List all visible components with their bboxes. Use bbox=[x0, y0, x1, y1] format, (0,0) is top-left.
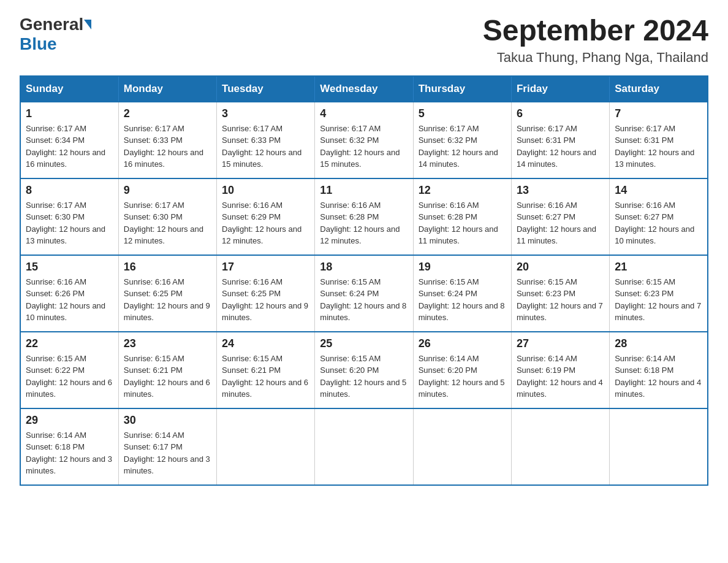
day-number: 29 bbox=[26, 414, 113, 427]
calendar-cell bbox=[610, 408, 708, 485]
day-number: 5 bbox=[419, 107, 506, 120]
day-info: Sunrise: 6:15 AMSunset: 6:20 PMDaylight:… bbox=[320, 353, 408, 400]
calendar-cell bbox=[315, 408, 413, 485]
day-info: Sunrise: 6:16 AMSunset: 6:28 PMDaylight:… bbox=[320, 199, 408, 247]
day-number: 18 bbox=[320, 261, 408, 274]
day-number: 22 bbox=[26, 337, 113, 350]
day-info: Sunrise: 6:17 AMSunset: 6:34 PMDaylight:… bbox=[26, 123, 113, 170]
col-header-saturday: Saturday bbox=[610, 76, 708, 102]
calendar-cell: 5Sunrise: 6:17 AMSunset: 6:32 PMDaylight… bbox=[413, 102, 511, 178]
calendar-cell: 26Sunrise: 6:14 AMSunset: 6:20 PMDayligh… bbox=[413, 332, 511, 408]
day-info: Sunrise: 6:14 AMSunset: 6:18 PMDaylight:… bbox=[26, 429, 113, 477]
calendar-cell: 10Sunrise: 6:16 AMSunset: 6:29 PMDayligh… bbox=[217, 178, 315, 255]
col-header-monday: Monday bbox=[118, 76, 216, 102]
logo-general-text: General bbox=[20, 15, 83, 34]
title-area: September 2024 Takua Thung, Phang Nga, T… bbox=[483, 15, 708, 66]
day-number: 3 bbox=[222, 107, 309, 120]
calendar-cell: 28Sunrise: 6:14 AMSunset: 6:18 PMDayligh… bbox=[610, 332, 708, 408]
day-number: 23 bbox=[124, 337, 211, 350]
day-number: 27 bbox=[517, 337, 604, 350]
col-header-thursday: Thursday bbox=[413, 76, 511, 102]
calendar-cell: 13Sunrise: 6:16 AMSunset: 6:27 PMDayligh… bbox=[511, 178, 609, 255]
day-info: Sunrise: 6:17 AMSunset: 6:33 PMDaylight:… bbox=[124, 123, 211, 170]
calendar-cell: 16Sunrise: 6:16 AMSunset: 6:25 PMDayligh… bbox=[118, 255, 216, 332]
day-number: 19 bbox=[419, 261, 506, 274]
day-info: Sunrise: 6:16 AMSunset: 6:25 PMDaylight:… bbox=[222, 276, 309, 324]
month-year-title: September 2024 bbox=[483, 15, 708, 47]
day-info: Sunrise: 6:14 AMSunset: 6:18 PMDaylight:… bbox=[615, 353, 702, 400]
calendar-cell bbox=[413, 408, 511, 485]
calendar-cell: 12Sunrise: 6:16 AMSunset: 6:28 PMDayligh… bbox=[413, 178, 511, 255]
day-info: Sunrise: 6:14 AMSunset: 6:17 PMDaylight:… bbox=[124, 429, 211, 477]
day-number: 28 bbox=[615, 337, 702, 350]
calendar-cell bbox=[217, 408, 315, 485]
calendar-cell: 9Sunrise: 6:17 AMSunset: 6:30 PMDaylight… bbox=[118, 178, 216, 255]
day-info: Sunrise: 6:17 AMSunset: 6:32 PMDaylight:… bbox=[320, 123, 408, 170]
calendar-table: SundayMondayTuesdayWednesdayThursdayFrid… bbox=[20, 75, 708, 486]
logo-arrow-icon bbox=[84, 20, 91, 29]
calendar-header-row: SundayMondayTuesdayWednesdayThursdayFrid… bbox=[20, 76, 708, 102]
calendar-cell bbox=[511, 408, 609, 485]
calendar-cell: 8Sunrise: 6:17 AMSunset: 6:30 PMDaylight… bbox=[20, 178, 118, 255]
day-number: 14 bbox=[615, 184, 702, 197]
location-subtitle: Takua Thung, Phang Nga, Thailand bbox=[483, 50, 708, 66]
calendar-cell: 11Sunrise: 6:16 AMSunset: 6:28 PMDayligh… bbox=[315, 178, 413, 255]
day-number: 30 bbox=[124, 414, 211, 427]
day-number: 11 bbox=[320, 184, 408, 197]
calendar-cell: 1Sunrise: 6:17 AMSunset: 6:34 PMDaylight… bbox=[20, 102, 118, 178]
col-header-sunday: Sunday bbox=[20, 76, 118, 102]
day-info: Sunrise: 6:15 AMSunset: 6:21 PMDaylight:… bbox=[222, 353, 309, 400]
day-number: 7 bbox=[615, 107, 702, 120]
day-info: Sunrise: 6:15 AMSunset: 6:21 PMDaylight:… bbox=[124, 353, 211, 400]
logo: General Blue bbox=[20, 15, 91, 54]
day-number: 17 bbox=[222, 261, 309, 274]
day-info: Sunrise: 6:15 AMSunset: 6:22 PMDaylight:… bbox=[26, 353, 113, 400]
day-info: Sunrise: 6:17 AMSunset: 6:32 PMDaylight:… bbox=[419, 123, 506, 170]
day-info: Sunrise: 6:16 AMSunset: 6:27 PMDaylight:… bbox=[517, 199, 604, 247]
calendar-cell: 20Sunrise: 6:15 AMSunset: 6:23 PMDayligh… bbox=[511, 255, 609, 332]
calendar-cell: 18Sunrise: 6:15 AMSunset: 6:24 PMDayligh… bbox=[315, 255, 413, 332]
day-info: Sunrise: 6:16 AMSunset: 6:25 PMDaylight:… bbox=[124, 276, 211, 324]
day-number: 24 bbox=[222, 337, 309, 350]
day-number: 20 bbox=[517, 261, 604, 274]
calendar-week-row: 8Sunrise: 6:17 AMSunset: 6:30 PMDaylight… bbox=[20, 178, 708, 255]
calendar-cell: 14Sunrise: 6:16 AMSunset: 6:27 PMDayligh… bbox=[610, 178, 708, 255]
calendar-cell: 25Sunrise: 6:15 AMSunset: 6:20 PMDayligh… bbox=[315, 332, 413, 408]
calendar-cell: 19Sunrise: 6:15 AMSunset: 6:24 PMDayligh… bbox=[413, 255, 511, 332]
day-info: Sunrise: 6:17 AMSunset: 6:30 PMDaylight:… bbox=[124, 199, 211, 247]
day-info: Sunrise: 6:15 AMSunset: 6:23 PMDaylight:… bbox=[615, 276, 702, 324]
day-info: Sunrise: 6:14 AMSunset: 6:20 PMDaylight:… bbox=[419, 353, 506, 400]
calendar-cell: 24Sunrise: 6:15 AMSunset: 6:21 PMDayligh… bbox=[217, 332, 315, 408]
day-number: 16 bbox=[124, 261, 211, 274]
day-number: 8 bbox=[26, 184, 113, 197]
calendar-cell: 27Sunrise: 6:14 AMSunset: 6:19 PMDayligh… bbox=[511, 332, 609, 408]
day-info: Sunrise: 6:17 AMSunset: 6:31 PMDaylight:… bbox=[517, 123, 604, 170]
calendar-cell: 2Sunrise: 6:17 AMSunset: 6:33 PMDaylight… bbox=[118, 102, 216, 178]
day-number: 10 bbox=[222, 184, 309, 197]
calendar-week-row: 1Sunrise: 6:17 AMSunset: 6:34 PMDaylight… bbox=[20, 102, 708, 178]
col-header-tuesday: Tuesday bbox=[217, 76, 315, 102]
calendar-cell: 29Sunrise: 6:14 AMSunset: 6:18 PMDayligh… bbox=[20, 408, 118, 485]
calendar-cell: 15Sunrise: 6:16 AMSunset: 6:26 PMDayligh… bbox=[20, 255, 118, 332]
day-number: 1 bbox=[26, 107, 113, 120]
calendar-cell: 23Sunrise: 6:15 AMSunset: 6:21 PMDayligh… bbox=[118, 332, 216, 408]
day-info: Sunrise: 6:16 AMSunset: 6:29 PMDaylight:… bbox=[222, 199, 309, 247]
calendar-cell: 21Sunrise: 6:15 AMSunset: 6:23 PMDayligh… bbox=[610, 255, 708, 332]
calendar-week-row: 15Sunrise: 6:16 AMSunset: 6:26 PMDayligh… bbox=[20, 255, 708, 332]
day-number: 26 bbox=[419, 337, 506, 350]
day-number: 13 bbox=[517, 184, 604, 197]
calendar-cell: 17Sunrise: 6:16 AMSunset: 6:25 PMDayligh… bbox=[217, 255, 315, 332]
calendar-cell: 7Sunrise: 6:17 AMSunset: 6:31 PMDaylight… bbox=[610, 102, 708, 178]
calendar-week-row: 22Sunrise: 6:15 AMSunset: 6:22 PMDayligh… bbox=[20, 332, 708, 408]
day-number: 6 bbox=[517, 107, 604, 120]
day-number: 12 bbox=[419, 184, 506, 197]
day-number: 4 bbox=[320, 107, 408, 120]
calendar-cell: 22Sunrise: 6:15 AMSunset: 6:22 PMDayligh… bbox=[20, 332, 118, 408]
day-info: Sunrise: 6:16 AMSunset: 6:26 PMDaylight:… bbox=[26, 276, 113, 324]
col-header-wednesday: Wednesday bbox=[315, 76, 413, 102]
calendar-cell: 3Sunrise: 6:17 AMSunset: 6:33 PMDaylight… bbox=[217, 102, 315, 178]
day-number: 25 bbox=[320, 337, 408, 350]
day-number: 9 bbox=[124, 184, 211, 197]
day-number: 21 bbox=[615, 261, 702, 274]
day-info: Sunrise: 6:17 AMSunset: 6:30 PMDaylight:… bbox=[26, 199, 113, 247]
